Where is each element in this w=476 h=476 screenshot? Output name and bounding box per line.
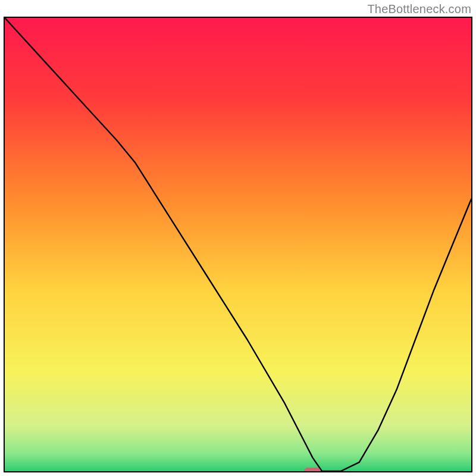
background-gradient bbox=[5, 18, 471, 471]
watermark-text: TheBottleneck.com bbox=[367, 2, 471, 16]
svg-rect-0 bbox=[5, 18, 471, 471]
optimal-point-marker bbox=[304, 468, 321, 472]
chart-frame: TheBottleneck.com bbox=[0, 0, 476, 476]
plot-area bbox=[4, 17, 472, 472]
